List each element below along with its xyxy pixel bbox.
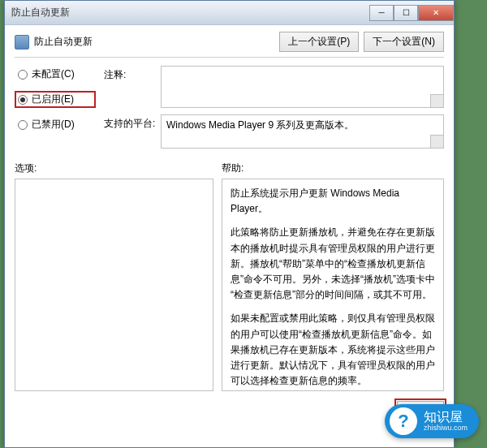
options-box[interactable]	[15, 179, 213, 391]
close-button[interactable]: ✕	[418, 5, 454, 21]
platform-value: Windows Media Player 9 系列及更高版本。	[161, 114, 444, 149]
help-box[interactable]: 防止系统提示用户更新 Windows Media Player。 此策略将防止更…	[222, 179, 444, 391]
header-title: 防止自动更新	[34, 35, 93, 49]
radio-icon	[18, 95, 28, 105]
window-controls: ─ ☐ ✕	[369, 5, 454, 21]
resize-grip-icon	[430, 94, 443, 107]
previous-setting-button[interactable]: 上一个设置(P)	[279, 32, 359, 52]
policy-icon	[15, 35, 29, 50]
titlebar[interactable]: 防止自动更新 ─ ☐ ✕	[5, 1, 454, 25]
maximize-button[interactable]: ☐	[394, 5, 418, 21]
lower-panels: 选项: 帮助: 防止系统提示用户更新 Windows Media Player。…	[15, 162, 444, 391]
radio-not-configured[interactable]: 未配置(C)	[15, 66, 96, 83]
badge-title: 知识屋	[424, 410, 468, 424]
dialog-window: 防止自动更新 ─ ☐ ✕ 防止自动更新 上一个设置(P) 下一个设置(N) 未配…	[4, 0, 455, 448]
platform-label: 支持的平台:	[104, 114, 161, 149]
config-section: 未配置(C) 已启用(E) 已禁用(D) 注释:	[15, 66, 444, 155]
badge-text: 知识屋 zhishiwu.com	[424, 410, 468, 432]
radio-disabled[interactable]: 已禁用(D)	[15, 116, 96, 133]
options-label: 选项:	[15, 162, 213, 175]
help-paragraph: 此策略将防止更新播放机，并避免在存在更新版本的播放机时提示具有管理员权限的用户进…	[231, 225, 435, 303]
platform-row: 支持的平台: Windows Media Player 9 系列及更高版本。	[104, 114, 444, 149]
minimize-button[interactable]: ─	[369, 5, 394, 21]
resize-grip-icon	[430, 135, 443, 148]
options-panel: 选项:	[15, 162, 213, 391]
next-setting-button[interactable]: 下一个设置(N)	[364, 32, 444, 52]
header-row: 防止自动更新 上一个设置(P) 下一个设置(N)	[15, 32, 444, 58]
help-paragraph: 防止系统提示用户更新 Windows Media Player。	[231, 186, 435, 217]
watermark-badge: ? 知识屋 zhishiwu.com	[385, 404, 479, 438]
fields-column: 注释: 支持的平台: Windows Media Player 9 系列及更高版…	[104, 66, 444, 155]
comment-label: 注释:	[104, 66, 161, 108]
comment-row: 注释:	[104, 66, 444, 108]
radio-icon	[18, 70, 28, 80]
window-title: 防止自动更新	[11, 6, 70, 19]
radio-label: 未配置(C)	[32, 67, 75, 81]
comment-input[interactable]	[161, 66, 444, 108]
nav-buttons: 上一个设置(P) 下一个设置(N)	[279, 32, 444, 52]
help-panel: 帮助: 防止系统提示用户更新 Windows Media Player。 此策略…	[222, 162, 444, 391]
content-area: 防止自动更新 上一个设置(P) 下一个设置(N) 未配置(C) 已启用(E)	[5, 25, 454, 391]
radio-enabled[interactable]: 已启用(E)	[15, 91, 96, 108]
radio-group: 未配置(C) 已启用(E) 已禁用(D)	[15, 66, 96, 155]
badge-url: zhishiwu.com	[424, 424, 468, 433]
radio-label: 已禁用(D)	[32, 118, 75, 131]
question-icon: ?	[390, 407, 417, 435]
help-paragraph: 如果未配置或禁用此策略，则仅具有管理员权限的用户可以使用“检查播放机更新信息”命…	[231, 311, 435, 389]
radio-label: 已启用(E)	[32, 93, 74, 106]
help-label: 帮助:	[222, 162, 444, 175]
radio-icon	[18, 120, 28, 130]
header-left: 防止自动更新	[15, 35, 93, 50]
